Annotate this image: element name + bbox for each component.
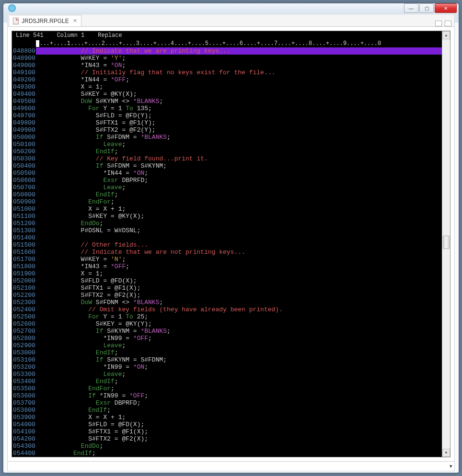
- code-area[interactable]: 048800 // Indicate that we are printing …: [12, 47, 442, 457]
- code-line[interactable]: 051400: [12, 234, 442, 241]
- code-line[interactable]: 049400 S#KEY = @KY(X);: [12, 91, 442, 98]
- vertical-scrollbar[interactable]: ▲ ▼: [442, 31, 450, 457]
- line-code: X = X + 1;: [36, 205, 442, 213]
- code-line[interactable]: 054100 S#FTX1 = @F1(X);: [12, 428, 442, 435]
- code-line[interactable]: 050200 EndIf;: [12, 148, 442, 155]
- code-line[interactable]: 053600 If *IN99 = *OFF;: [12, 392, 442, 399]
- code-line[interactable]: 052400 // Omit key fields (they have alr…: [12, 306, 442, 313]
- code-line[interactable]: 052600 S#KEY = @KY(Y);: [12, 320, 442, 328]
- code-line[interactable]: 054300 EndDo;: [12, 442, 442, 450]
- code-line[interactable]: 048900 W#KEY = 'Y';: [12, 55, 442, 62]
- minimize-button[interactable]: —: [404, 3, 418, 13]
- code-line[interactable]: 054200 S#FTX2 = @F2(X);: [12, 435, 442, 442]
- line-code: If S#KYNM = S#FDNM;: [36, 356, 442, 363]
- code-line[interactable]: 050500 *IN44 = *ON;: [12, 170, 442, 177]
- code-line[interactable]: 051000 X = X + 1;: [12, 205, 442, 213]
- code-line[interactable]: 050700 Leave;: [12, 184, 442, 191]
- line-code: P#DSNL = W#DSNL;: [36, 227, 442, 234]
- code-line[interactable]: 054000 S#FLD = @FD(X);: [12, 421, 442, 428]
- code-line[interactable]: 051600 // Indicate that we are not print…: [12, 249, 442, 256]
- code-line[interactable]: 050400 If S#FDNM = S#KYNM;: [12, 162, 442, 170]
- line-code: S#FTX2 = @F2(X);: [36, 292, 442, 299]
- code-line[interactable]: 053000 EndIf;: [12, 349, 442, 356]
- scroll-down-icon[interactable]: ▼: [442, 449, 450, 457]
- code-line[interactable]: 053400 EndIf;: [12, 378, 442, 385]
- tab-file[interactable]: JRDSJRR.RPGLE ✕: [9, 15, 81, 26]
- code-line[interactable]: 051800 *IN43 = *OFF;: [12, 263, 442, 270]
- code-line[interactable]: 053700 Exsr DBPRFD;: [12, 399, 442, 407]
- scroll-up-icon[interactable]: ▲: [442, 31, 450, 39]
- code-line[interactable]: 053300 Leave;: [12, 371, 442, 378]
- line-code: S#FLD = @FD(X);: [36, 277, 442, 284]
- code-line[interactable]: 049600 For Y = 1 To 135;: [12, 105, 442, 112]
- line-code: // Indicate that we are not printing key…: [36, 249, 442, 256]
- line-number: 049800: [12, 119, 36, 126]
- code-line[interactable]: 049200 *IN44 = *OFF;: [12, 76, 442, 83]
- code-line[interactable]: 051100 S#KEY = @KY(X);: [12, 213, 442, 220]
- code-line[interactable]: 052200 S#FTX2 = @F2(X);: [12, 292, 442, 299]
- line-number: 054100: [12, 428, 36, 435]
- code-line[interactable]: 053800 EndIf;: [12, 407, 442, 414]
- minimize-view-button[interactable]: [435, 21, 442, 26]
- dropdown-icon[interactable]: ▾: [450, 463, 452, 469]
- code-line[interactable]: 050100 Leave;: [12, 141, 442, 148]
- code-line[interactable]: 051500 // Other fields...: [12, 241, 442, 249]
- code-line[interactable]: 049700 S#FLD = @FD(Y);: [12, 112, 442, 119]
- code-line[interactable]: 048800 // Indicate that we are printing …: [12, 47, 442, 55]
- editor-frame: Line 541 Column 1 Replace ....+....1....…: [12, 31, 450, 457]
- code-line[interactable]: 050900 EndFor;: [12, 198, 442, 205]
- code-line[interactable]: 052100 S#FTX1 = @F1(X);: [12, 284, 442, 292]
- code-line[interactable]: 049300 X = 1;: [12, 83, 442, 91]
- line-number: 054200: [12, 435, 36, 442]
- code-line[interactable]: 052300 DoW S#FDNM <> *BLANKS;: [12, 299, 442, 306]
- scroll-track[interactable]: [442, 39, 450, 449]
- code-line[interactable]: 052700 If S#KYNM = *BLANKS;: [12, 328, 442, 335]
- titlebar[interactable]: — ▢ ✕: [3, 3, 459, 13]
- code-line[interactable]: 052800 *IN99 = *OFF;: [12, 335, 442, 342]
- maximize-button[interactable]: ▢: [419, 3, 434, 13]
- line-number: 051500: [12, 241, 36, 249]
- code-line[interactable]: 053100 If S#KYNM = S#FDNM;: [12, 356, 442, 363]
- editor-body[interactable]: Line 541 Column 1 Replace ....+....1....…: [12, 31, 442, 457]
- line-number: 048900: [12, 55, 36, 62]
- maximize-view-button[interactable]: [445, 21, 451, 26]
- code-line[interactable]: 051300 P#DSNL = W#DSNL;: [12, 227, 442, 234]
- code-line[interactable]: 049100 // Initially flag that no keys ex…: [12, 69, 442, 76]
- code-line[interactable]: 053900 X = X + 1;: [12, 414, 442, 421]
- line-code: // Key field found...print it.: [36, 155, 442, 162]
- line-number: 050500: [12, 170, 36, 177]
- line-code: *IN99 = *ON;: [36, 363, 442, 371]
- close-button[interactable]: ✕: [435, 3, 457, 13]
- code-line[interactable]: 050800 EndIf;: [12, 191, 442, 198]
- cursor-caret: [36, 40, 39, 47]
- line-code: EndDo;: [36, 220, 442, 227]
- code-line[interactable]: 050000 If S#FDNM = *BLANKS;: [12, 134, 442, 141]
- tab-close-icon[interactable]: ✕: [73, 18, 77, 24]
- line-number: 053300: [12, 371, 36, 378]
- file-icon: [13, 18, 19, 24]
- line-code: If *IN99 = *OFF;: [36, 392, 442, 399]
- line-number: 049700: [12, 112, 36, 119]
- code-line[interactable]: 053200 *IN99 = *ON;: [12, 363, 442, 371]
- code-line[interactable]: 050300 // Key field found...print it.: [12, 155, 442, 162]
- code-line[interactable]: 052500 For Y = 1 To 25;: [12, 313, 442, 320]
- editor-pane: JRDSJRR.RPGLE ✕ Line 541 Column 1 Replac…: [7, 14, 455, 471]
- code-line[interactable]: 051700 W#KEY = 'N';: [12, 256, 442, 263]
- code-line[interactable]: 053500 EndFor;: [12, 385, 442, 392]
- code-line[interactable]: 054400 EndIf;: [12, 450, 442, 457]
- code-line[interactable]: 051900 X = 1;: [12, 270, 442, 277]
- code-line[interactable]: 051200 EndDo;: [12, 220, 442, 227]
- code-line[interactable]: 050600 Exsr DBPRFD;: [12, 177, 442, 184]
- line-number: 051900: [12, 270, 36, 277]
- line-number: 052600: [12, 320, 36, 328]
- code-line[interactable]: 052900 Leave;: [12, 342, 442, 349]
- line-code: *IN43 = *ON;: [36, 62, 442, 69]
- code-line[interactable]: 049800 S#FTX1 = @F1(Y);: [12, 119, 442, 126]
- code-line[interactable]: 049900 S#FTX2 = @F2(Y);: [12, 126, 442, 134]
- line-number: 050400: [12, 162, 36, 170]
- code-line[interactable]: 049000 *IN43 = *ON;: [12, 62, 442, 69]
- line-number: 051600: [12, 249, 36, 256]
- code-line[interactable]: 052000 S#FLD = @FD(X);: [12, 277, 442, 284]
- scroll-thumb[interactable]: [443, 236, 450, 249]
- code-line[interactable]: 049500 DoW S#KYNM <> *BLANKS;: [12, 98, 442, 105]
